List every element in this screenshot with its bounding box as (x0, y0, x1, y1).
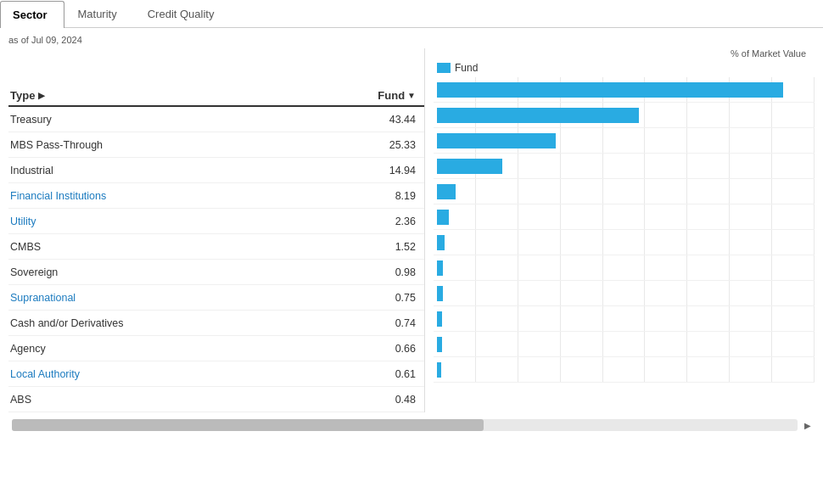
legend-label: Fund (455, 62, 478, 74)
cell-fund: 0.61 (356, 368, 424, 380)
cell-type: Treasury (8, 114, 356, 126)
main-content: Type ▶ Fund ▼ Treasury43.44MBS Pass-Thro… (0, 48, 823, 412)
cell-type: Agency (8, 343, 356, 355)
scroll-right-arrow[interactable]: ▶ (801, 421, 815, 430)
bar (437, 311, 442, 327)
bars-body (434, 77, 815, 383)
cell-type[interactable]: Financial Institutions (8, 190, 356, 202)
bar (437, 286, 443, 301)
cell-fund: 25.33 (356, 139, 424, 151)
scrollbar-thumb[interactable] (12, 419, 484, 431)
tab-credit-quality[interactable]: Credit Quality (135, 0, 232, 27)
cell-type: Sovereign (8, 266, 356, 278)
bar (437, 210, 449, 225)
col-fund-header: Fund ▼ (356, 89, 424, 102)
type-sort-icon[interactable]: ▶ (38, 91, 45, 100)
table-row: CMBS1.52 (8, 234, 424, 260)
fund-sort-icon[interactable]: ▼ (407, 91, 416, 100)
bar (437, 362, 441, 378)
table-row: Agency0.66 (8, 336, 424, 361)
table-row: Local Authority0.61 (8, 361, 424, 387)
bar (437, 184, 456, 199)
cell-fund: 14.94 (356, 165, 424, 176)
tab-credit-quality-label: Credit Quality (148, 8, 215, 20)
tab-maturity[interactable]: Maturity (64, 0, 134, 27)
table-side: Type ▶ Fund ▼ Treasury43.44MBS Pass-Thro… (8, 48, 424, 412)
cell-fund: 1.52 (356, 241, 424, 253)
tab-sector-label: Sector (13, 8, 47, 21)
legend: Fund (434, 62, 815, 74)
table-body: Treasury43.44MBS Pass-Through25.33Indust… (8, 107, 424, 412)
tab-sector[interactable]: Sector (0, 1, 64, 28)
date-label: as of Jul 09, 2024 (0, 28, 823, 48)
bar (437, 133, 556, 148)
table-row: Supranational0.75 (8, 285, 424, 311)
bar-row (434, 332, 815, 357)
cell-type: CMBS (8, 241, 356, 253)
table-row: Utility2.36 (8, 209, 424, 234)
table-row: Cash and/or Derivatives0.74 (8, 311, 424, 336)
cell-type: Industrial (8, 165, 356, 176)
scroll-area: ▶ (0, 412, 823, 438)
table-row: Sovereign0.98 (8, 260, 424, 285)
bar-row (434, 154, 815, 179)
bar-row (434, 103, 815, 128)
table-row: Financial Institutions8.19 (8, 183, 424, 209)
bar-row (434, 306, 815, 332)
cell-fund: 0.74 (356, 317, 424, 329)
table-header: Type ▶ Fund ▼ (8, 86, 424, 107)
bar (437, 337, 442, 352)
cell-type: ABS (8, 394, 356, 406)
bar (437, 108, 639, 123)
cell-fund: 0.98 (356, 266, 424, 278)
cell-type: Cash and/or Derivatives (8, 317, 356, 329)
cell-fund: 0.48 (356, 394, 424, 406)
tab-maturity-label: Maturity (77, 8, 116, 20)
chart-side: % of Market Value Fund (424, 48, 815, 412)
scrollbar[interactable] (12, 419, 798, 431)
bar-row (434, 179, 815, 204)
cell-type[interactable]: Local Authority (8, 368, 356, 380)
cell-fund: 0.66 (356, 343, 424, 355)
table-row: MBS Pass-Through25.33 (8, 132, 424, 158)
bar (437, 260, 443, 276)
legend-color-box (437, 63, 451, 73)
bar (437, 82, 783, 98)
bar-row (434, 77, 815, 103)
bar-row (434, 128, 815, 154)
bar (437, 159, 502, 174)
chart-title: % of Market Value (434, 48, 815, 62)
bar-row (434, 281, 815, 306)
table-row: Treasury43.44 (8, 107, 424, 132)
bar-row (434, 255, 815, 281)
cell-fund: 2.36 (356, 216, 424, 227)
cell-fund: 8.19 (356, 190, 424, 202)
table-row: ABS0.48 (8, 387, 424, 412)
tab-bar: Sector Maturity Credit Quality (0, 0, 823, 28)
cell-type: MBS Pass-Through (8, 139, 356, 151)
table-row: Industrial14.94 (8, 158, 424, 183)
bar-row (434, 230, 815, 255)
cell-type[interactable]: Utility (8, 216, 356, 227)
bar (437, 235, 445, 250)
cell-type[interactable]: Supranational (8, 292, 356, 304)
cell-fund: 0.75 (356, 292, 424, 304)
col-type-header: Type ▶ (8, 89, 356, 102)
tabs-container: Sector Maturity Credit Quality (0, 0, 823, 28)
bar-row (434, 204, 815, 230)
bar-row (434, 357, 815, 383)
cell-fund: 43.44 (356, 114, 424, 126)
